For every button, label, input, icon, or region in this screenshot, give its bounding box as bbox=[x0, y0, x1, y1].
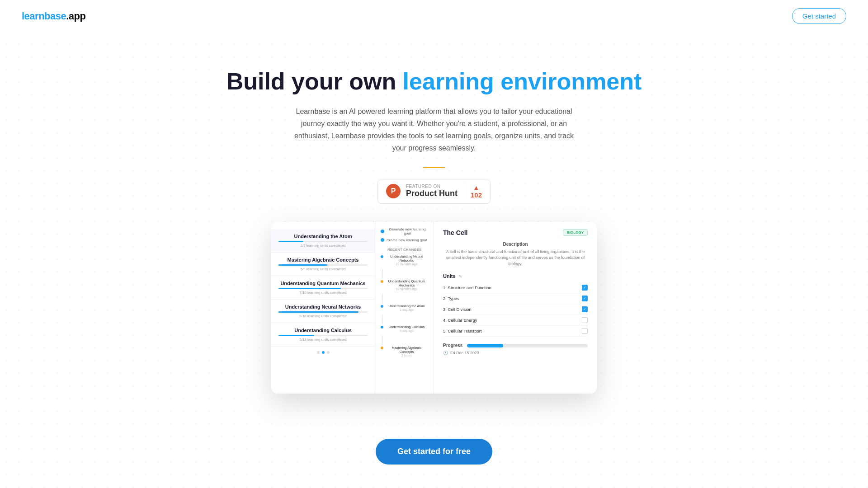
progress-section: Progress 🕐 Fri Dec 15 2023 bbox=[443, 343, 588, 355]
recent-dot-3 bbox=[381, 305, 383, 308]
header: learnbase.app Get started bbox=[0, 0, 868, 32]
recent-time-1: 27 minutes ago bbox=[385, 263, 428, 266]
unit-checkbox-2[interactable] bbox=[582, 296, 588, 301]
product-hunt-badge[interactable]: P FEATURED ON Product Hunt ▲ 102 bbox=[377, 179, 491, 204]
course-meta-5: 5/13 learning units completed bbox=[278, 338, 368, 342]
course-name-2: Mastering Algebraic Concepts bbox=[278, 257, 368, 263]
action-text-1: Generate new learning goal bbox=[387, 227, 428, 235]
clock-icon: 🕐 bbox=[443, 351, 448, 355]
hero-title-highlight: learning environment bbox=[403, 68, 642, 94]
action-dot-2 bbox=[381, 238, 384, 242]
action-text-2: Create new learning goal bbox=[387, 238, 427, 242]
hero-section: Build your own learning environment Lear… bbox=[0, 32, 868, 412]
edit-icon[interactable]: ✎ bbox=[458, 274, 462, 279]
recent-divider-1 bbox=[382, 269, 382, 278]
logo-app: app bbox=[69, 10, 86, 22]
hero-title: Build your own learning environment bbox=[9, 68, 859, 95]
progress-bar-4 bbox=[278, 311, 368, 313]
progress-track-fill bbox=[467, 344, 503, 347]
recent-dot-4 bbox=[381, 326, 383, 328]
unit-checkbox-3[interactable] bbox=[582, 306, 588, 312]
unit-item-1: 1. Structure and Function bbox=[443, 282, 588, 293]
recent-dot-1 bbox=[381, 255, 383, 258]
recent-info-1: Understanding Neural Networks 27 minutes… bbox=[385, 254, 428, 266]
ph-featured-label: FEATURED ON bbox=[406, 184, 458, 189]
recent-title-3: Understanding the Atom bbox=[385, 304, 428, 308]
recent-title-1: Understanding Neural Networks bbox=[385, 254, 428, 263]
unit-name-2: 2. Types bbox=[443, 296, 459, 301]
course-name-3: Understanding Quantum Mechanics bbox=[278, 281, 368, 286]
header-get-started-button[interactable]: Get started bbox=[792, 8, 846, 24]
unit-name-3: 3. Cell Division bbox=[443, 307, 472, 312]
unit-checkbox-4[interactable] bbox=[582, 317, 588, 323]
detail-tag: BIOLOGY bbox=[563, 229, 588, 236]
unit-name-1: 1. Structure and Function bbox=[443, 285, 491, 290]
hero-title-prefix: Build your own bbox=[226, 68, 403, 94]
recent-divider-3 bbox=[382, 315, 382, 324]
ph-votes-block: ▲ 102 bbox=[465, 184, 482, 199]
course-meta-4: 9/10 learning units completed bbox=[278, 314, 368, 318]
unit-checkbox-1[interactable] bbox=[582, 285, 588, 291]
cta-get-started-button[interactable]: Get started for free bbox=[376, 439, 492, 465]
action-dot-1 bbox=[381, 230, 384, 233]
dot-3[interactable] bbox=[327, 351, 330, 354]
course-item-1[interactable]: Understanding the Atom 2/7 learning unit… bbox=[271, 229, 375, 253]
recent-time-4: a day ago bbox=[385, 329, 428, 332]
recent-info-2: Understanding Quantum Mechanics 32 minut… bbox=[385, 279, 428, 291]
recent-item-5: Mastering Algebraic Concepts 3 hours bbox=[381, 346, 428, 357]
recent-title-5: Mastering Algebraic Concepts bbox=[385, 346, 428, 354]
dot-2[interactable] bbox=[322, 351, 325, 354]
course-meta-1: 2/7 learning units completed bbox=[278, 244, 368, 248]
date-text: Fri Dec 15 2023 bbox=[450, 351, 479, 355]
actions-list: Generate new learning goal Create new le… bbox=[381, 227, 428, 242]
recent-info-3: Understanding the Atom 1 day ago bbox=[385, 304, 428, 311]
unit-item-3: 3. Cell Division bbox=[443, 304, 588, 315]
recent-dot-5 bbox=[381, 347, 383, 349]
unit-name-5: 5. Cellular Transport bbox=[443, 328, 482, 333]
recent-time-2: 32 minutes ago bbox=[385, 287, 428, 291]
hero-description: Learnbase is an AI powered learning plat… bbox=[294, 105, 574, 155]
progress-bar-5 bbox=[278, 335, 368, 336]
detail-title: The Cell bbox=[443, 229, 467, 236]
detail-panel: The Cell BIOLOGY Description A cell is t… bbox=[434, 222, 597, 394]
dot-1[interactable] bbox=[317, 351, 320, 354]
progress-bar-2 bbox=[278, 264, 368, 266]
recent-item-1: Understanding Neural Networks 27 minutes… bbox=[381, 254, 428, 266]
unit-checkbox-5[interactable] bbox=[582, 328, 588, 334]
date-row: 🕐 Fri Dec 15 2023 bbox=[443, 351, 588, 355]
progress-bar-1 bbox=[278, 241, 368, 242]
recent-item-4: Understanding Calculus a day ago bbox=[381, 325, 428, 332]
bottom-cta-section: Get started for free bbox=[0, 412, 868, 483]
units-title: Units bbox=[443, 273, 456, 279]
ph-text: FEATURED ON Product Hunt bbox=[406, 184, 458, 198]
progress-fill-1 bbox=[278, 241, 303, 242]
unit-item-5: 5. Cellular Transport bbox=[443, 326, 588, 337]
course-item-3[interactable]: Understanding Quantum Mechanics 7/10 lea… bbox=[271, 276, 375, 300]
desc-label: Description bbox=[443, 242, 588, 247]
recent-divider-2 bbox=[382, 294, 382, 303]
course-item-4[interactable]: Understanding Neural Networks 9/10 learn… bbox=[271, 300, 375, 323]
course-name-1: Understanding the Atom bbox=[278, 234, 368, 239]
recent-time-3: 1 day ago bbox=[385, 308, 428, 311]
pagination-dots bbox=[271, 347, 375, 358]
app-mockup: Understanding the Atom 2/7 learning unit… bbox=[271, 222, 597, 394]
course-meta-2: 5/9 learning units completed bbox=[278, 267, 368, 271]
course-name-5: Understanding Calculus bbox=[278, 328, 368, 333]
progress-fill-5 bbox=[278, 335, 314, 336]
course-name-4: Understanding Neural Networks bbox=[278, 304, 368, 310]
ph-logo-icon: P bbox=[386, 184, 401, 198]
recent-item-2: Understanding Quantum Mechanics 32 minut… bbox=[381, 279, 428, 291]
ph-product-hunt-label: Product Hunt bbox=[406, 189, 458, 198]
progress-fill-4 bbox=[278, 311, 359, 313]
course-item-2[interactable]: Mastering Algebraic Concepts 5/9 learnin… bbox=[271, 253, 375, 276]
recent-info-5: Mastering Algebraic Concepts 3 hours bbox=[385, 346, 428, 357]
action-item-1[interactable]: Generate new learning goal bbox=[381, 227, 428, 235]
logo: learnbase.app bbox=[22, 10, 85, 22]
course-item-5[interactable]: Understanding Calculus 5/13 learning uni… bbox=[271, 323, 375, 347]
action-item-2[interactable]: Create new learning goal bbox=[381, 238, 428, 242]
ph-upvote-icon: ▲ bbox=[473, 184, 480, 191]
middle-panel: Generate new learning goal Create new le… bbox=[375, 222, 434, 394]
course-meta-3: 7/10 learning units completed bbox=[278, 291, 368, 295]
app-screenshot-container: Understanding the Atom 2/7 learning unit… bbox=[271, 222, 597, 394]
progress-label: Progress bbox=[443, 343, 462, 348]
